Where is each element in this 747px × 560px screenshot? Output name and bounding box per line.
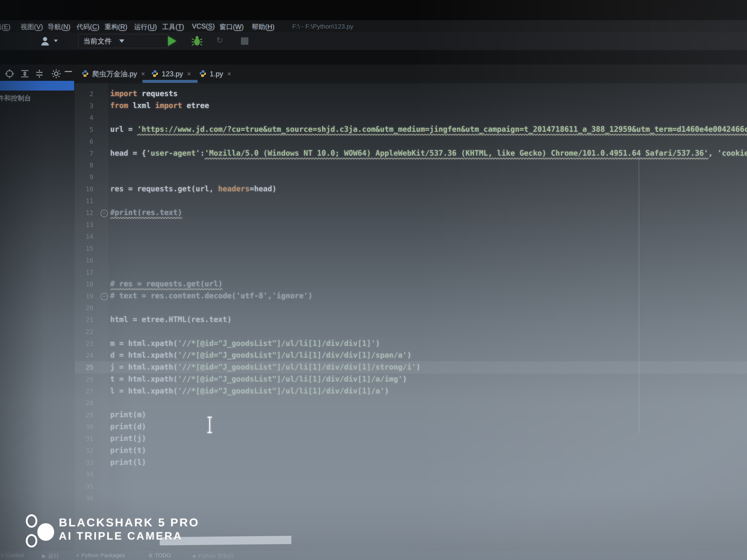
- line-number: 11: [75, 197, 93, 205]
- run-button[interactable]: [168, 36, 176, 46]
- code-line: print(t): [110, 446, 146, 455]
- code-segment-pl: print(l): [110, 458, 146, 466]
- chrome-divider: [0, 50, 747, 64]
- selected-tree-row[interactable]: [0, 81, 74, 90]
- line-number: 36: [75, 495, 93, 502]
- code-line: j = html.xpath('//*[@id="J_goodsList"]/u…: [110, 363, 420, 371]
- menu-item-W[interactable]: 窗口(W): [220, 22, 244, 31]
- code-segment-stru: 'Mozilla/5.0 (Windows NT 10.0; WOW64) Ap…: [205, 149, 709, 157]
- code-segment-pl: print(j): [110, 434, 146, 443]
- fold-icon[interactable]: –: [101, 210, 108, 217]
- menu-item-U[interactable]: 运行(U): [134, 22, 157, 31]
- menu-item-V[interactable]: 视图(V): [21, 22, 43, 31]
- active-tab-underline: [143, 80, 198, 83]
- menu-item-N[interactable]: 导航(N): [48, 22, 70, 31]
- code-line: l = html.xpath('//*[@id="J_goodsList"]/u…: [110, 386, 389, 395]
- line-number: 10: [75, 185, 93, 193]
- menu-item-E[interactable]: 辑(E): [0, 22, 10, 31]
- run-configuration-dropdown[interactable]: 当前文件: [78, 34, 169, 48]
- statusbar-item-Python Packages[interactable]: ≡Python Packages: [76, 552, 125, 559]
- code-segment-pl: l = html.xpath(: [110, 386, 178, 395]
- camera-watermark: BLACKSHARK 5 PRO AI TRIPLE CAMERA: [24, 512, 286, 550]
- user-avatar-icon[interactable]: [40, 35, 52, 47]
- stop-icon[interactable]: [241, 37, 248, 45]
- code-line: t = html.xpath('//*[@id="J_goodsList"]/u…: [110, 375, 407, 383]
- tab-爬虫万金油.py[interactable]: 爬虫万金油.py×: [81, 64, 145, 83]
- menu-item-R[interactable]: 重构(R): [105, 22, 127, 31]
- code-segment-pl: lxml: [128, 101, 155, 110]
- line-number: 14: [75, 233, 93, 240]
- tab-close-icon[interactable]: ×: [140, 70, 145, 78]
- code-segment-str: '//*[@id="J_goodsList"]/ul/li[1]/div/div…: [178, 351, 407, 359]
- screen-bezel: [0, 0, 747, 20]
- code-line: # res = requests.get(url): [110, 279, 223, 288]
- code-editor[interactable]: 2import requests3from lxml import etree4…: [75, 83, 747, 551]
- code-line: html = etree.HTML(res.text): [110, 315, 232, 324]
- line-number: 12: [75, 209, 93, 216]
- python-file-icon: [199, 70, 207, 78]
- code-segment-str: '//*[@id="J_goodsList"]/ul/li[1]/div/div…: [178, 375, 403, 383]
- tab-close-icon[interactable]: ×: [186, 70, 191, 78]
- statusbar-item-运行[interactable]: ▶运行: [42, 552, 59, 560]
- line-number: 4: [75, 114, 93, 121]
- tab-close-icon[interactable]: ×: [226, 70, 231, 78]
- fold-icon[interactable]: –: [101, 293, 108, 300]
- watermark-line1: BLACKSHARK 5 PRO: [59, 516, 200, 529]
- line-number: 7: [75, 150, 93, 157]
- collapse-all-icon[interactable]: [20, 68, 30, 79]
- code-segment-pl: url =: [110, 125, 137, 133]
- line-number: 9: [75, 174, 93, 181]
- tree-item-label[interactable]: 件和控制台: [0, 94, 31, 103]
- line-number: 8: [75, 161, 93, 169]
- code-segment-pl: print(d): [110, 422, 146, 431]
- menu-bar: 辑(E)视图(V)导航(N)代码(C)重构(R)运行(U)工具(T)VCS(S)…: [0, 20, 747, 32]
- debug-bug-icon[interactable]: [191, 35, 203, 47]
- code-line: print(l): [110, 458, 146, 466]
- minimize-icon[interactable]: [65, 71, 72, 72]
- screen-streak: [639, 157, 639, 433]
- line-number: 6: [75, 138, 93, 145]
- line-number: 21: [75, 316, 93, 323]
- code-line: # text = res.content.decode('utf-8','ign…: [110, 291, 313, 300]
- code-segment-pl: ): [407, 351, 411, 359]
- code-segment-pl: m = html.xpath(: [110, 339, 178, 348]
- code-segment-kw: import: [110, 89, 137, 98]
- statusbar-item-TODO[interactable]: ≣TODO: [149, 552, 171, 559]
- statusbar-item-n Control[interactable]: n Control: [1, 552, 24, 559]
- code-line: url = 'https://www.jd.com/?cu=true&utm_s…: [110, 125, 747, 133]
- code-segment-pl: head = {: [110, 149, 146, 157]
- code-segment-pl: html = etree.HTML(res.text): [110, 315, 232, 324]
- line-number: 17: [75, 269, 93, 276]
- line-number: 27: [75, 388, 93, 395]
- line-number: 22: [75, 328, 93, 336]
- code-segment-pl: :: [200, 149, 205, 157]
- code-segment-stru: 'https://www.jd.com/?cu=true&utm_source=…: [137, 125, 747, 133]
- code-segment-kw: from: [110, 101, 128, 110]
- menu-item-S[interactable]: VCS(S): [192, 22, 215, 30]
- code-segment-pl: ): [385, 386, 389, 395]
- line-number: 25: [75, 364, 93, 371]
- run-icon: ▶: [42, 553, 46, 559]
- code-segment-kw: import: [155, 101, 182, 110]
- code-segment-pl: ,: [709, 149, 717, 157]
- line-number: 13: [75, 221, 93, 229]
- tab-1.py[interactable]: 1.py×: [199, 64, 231, 83]
- code-segment-str: '//*[@id="J_goodsList"]/ul/li[1]/div/div…: [178, 363, 416, 371]
- gear-icon[interactable]: [51, 68, 61, 79]
- line-number: 31: [75, 435, 93, 443]
- avatar-dropdown-caret-icon[interactable]: [54, 39, 58, 42]
- line-number: 2: [75, 90, 93, 98]
- statusbar-item-Python 控制台[interactable]: ◆Python 控制台: [192, 552, 234, 560]
- line-number: 32: [75, 447, 93, 454]
- code-segment-str: '//*[@id="J_goodsList"]/ul/li[1]/div/div…: [178, 339, 376, 348]
- menu-item-H[interactable]: 帮助(H): [252, 22, 275, 31]
- split-icon[interactable]: [34, 68, 45, 79]
- menu-item-T[interactable]: 工具(T): [162, 22, 184, 31]
- code-segment-pl: etree: [182, 101, 209, 110]
- rerun-icon[interactable]: ↻: [216, 35, 223, 45]
- menu-item-C[interactable]: 代码(C): [77, 22, 99, 31]
- target-icon[interactable]: [4, 68, 15, 79]
- watermark-line2: AI TRIPLE CAMERA: [59, 530, 183, 542]
- line-number: 24: [75, 352, 93, 359]
- code-segment-pl: t = html.xpath(: [110, 375, 178, 383]
